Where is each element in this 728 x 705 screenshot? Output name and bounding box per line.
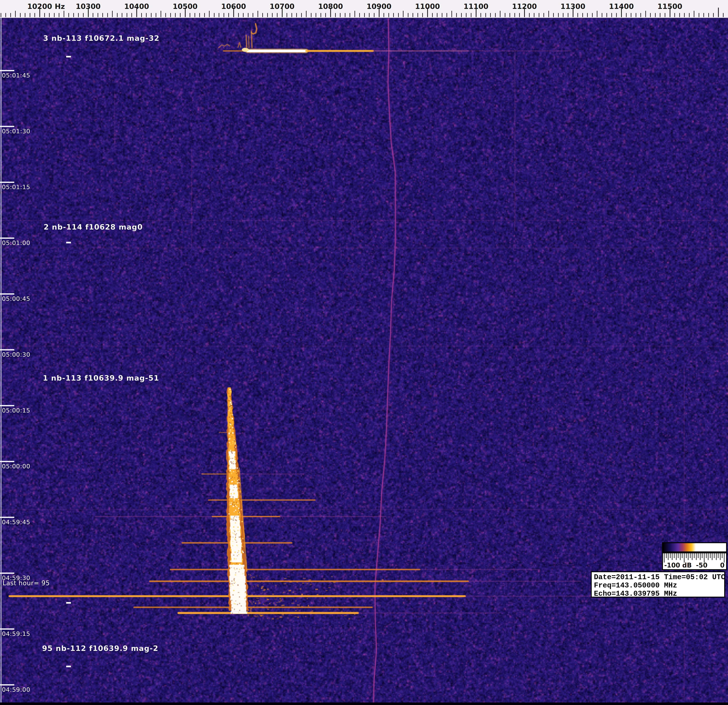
detection-marker-dash [66,56,71,58]
freq-tick-10470 [170,13,171,17]
colorbar-tick [722,553,722,558]
freq-tick-10910 [384,13,384,17]
colorbar-tick [676,553,677,560]
freq-label-11400: 11400 [609,2,634,11]
colorbar-tick [716,553,716,560]
freq-tick-11290 [568,13,568,17]
freq-tick-10440 [156,13,156,17]
freq-tick-11240 [543,13,544,17]
freq-tick-11210 [529,13,530,17]
freq-tick-10650 [257,11,258,17]
colorbar-tick [690,553,690,558]
colorbar-tick [664,553,664,562]
colorbar-tick [702,553,702,558]
freq-tick-10320 [98,13,98,17]
freq-tick-11130 [490,13,491,17]
freq-tick-11230 [539,13,539,17]
frequency-axis: Hz 1020010300104001050010600107001080010… [0,0,728,19]
freq-tick-11150 [500,11,500,17]
freq-tick-10690 [277,13,277,17]
freq-tick-10970 [413,13,413,17]
detection-marker-dash [66,242,71,243]
freq-tick-11390 [616,13,617,17]
colorbar-tick [672,553,672,560]
colorbar-scale-panel: -100 dB -50 0 [662,552,727,570]
freq-tick-10230 [54,13,55,17]
time-tick [0,628,14,630]
freq-tick-11110 [481,13,481,17]
colorbar-gradient [662,542,727,552]
freq-tick-10820 [340,13,341,17]
freq-tick-11410 [626,13,627,17]
colorbar-tick [692,553,692,560]
time-label: 05:00:45 [2,295,30,302]
colorbar-tick [708,553,708,560]
freq-tick-11510 [675,13,675,17]
freq-tick-11020 [437,13,438,17]
freq-tick-10590 [228,13,229,17]
freq-label-10800: 10800 [318,2,343,11]
freq-tick-10620 [243,13,244,17]
freq-tick-10580 [224,13,224,17]
freq-tick-10460 [165,13,166,17]
freq-label-11200: 11200 [512,2,537,11]
freq-tick-10770 [316,13,316,17]
freq-tick-11260 [553,13,554,17]
freq-tick-10960 [408,13,409,17]
freq-tick-10430 [151,13,152,17]
freq-tick-11350 [597,11,597,17]
colorbar-tick [684,553,685,562]
freq-tick-10680 [272,13,273,17]
freq-tick-10850 [354,11,355,17]
colorbar-tick [668,553,669,560]
freq-tick-10190 [35,13,35,17]
detection-marker-dash [66,666,71,667]
freq-tick-11050 [451,11,452,17]
freq-tick-10810 [335,13,336,17]
freq-tick-11560 [699,13,699,17]
freq-tick-11490 [665,13,665,17]
freq-tick-11090 [471,13,471,17]
freq-tick-11590 [713,13,714,17]
freq-tick-10170 [25,13,25,17]
freq-tick-10510 [190,13,190,17]
freq-label-10500: 10500 [173,2,198,11]
freq-label-10300: 10300 [76,2,101,11]
freq-tick-10720 [292,13,292,17]
freq-tick-11030 [442,13,442,17]
freq-tick-10570 [219,13,219,17]
freq-tick-10840 [350,13,350,17]
time-tick [0,126,14,127]
freq-label-10200: 10200 [27,2,52,11]
freq-tick-10710 [287,13,287,17]
time-label: 05:01:45 [2,72,30,79]
freq-tick-10220 [49,13,50,17]
freq-tick-10370 [122,13,122,17]
freq-tick-11250 [548,11,549,17]
freq-tick-11600 [718,8,719,17]
freq-tick-10380 [127,13,127,17]
freq-tick-11380 [611,13,612,17]
colorbar-label-min: -100 dB [664,562,692,569]
last-hour-counter: Last hour= 95 [3,579,50,587]
colorbar-tick [724,553,725,562]
freq-tick-10340 [107,13,108,17]
freq-tick-11450 [645,11,646,17]
freq-tick-10990 [422,13,423,17]
colorbar-label-mid: -50 [696,562,707,569]
frequency-unit-label: Hz [55,2,65,11]
colorbar-tick [666,553,667,558]
freq-tick-11550 [694,11,694,17]
freq-tick-10930 [393,13,394,17]
colorbar-tick [700,553,701,560]
freq-tick-10130 [6,13,6,17]
freq-tick-10270 [73,13,74,17]
time-tick [0,684,14,685]
time-tick [0,349,14,350]
time-tick [0,517,14,518]
freq-tick-10790 [325,13,326,17]
detection-label: 1 nb-113 f10639.9 mag-51 [43,374,159,382]
time-label: 05:00:15 [2,407,30,414]
freq-tick-11060 [456,13,457,17]
freq-tick-11180 [514,13,515,17]
